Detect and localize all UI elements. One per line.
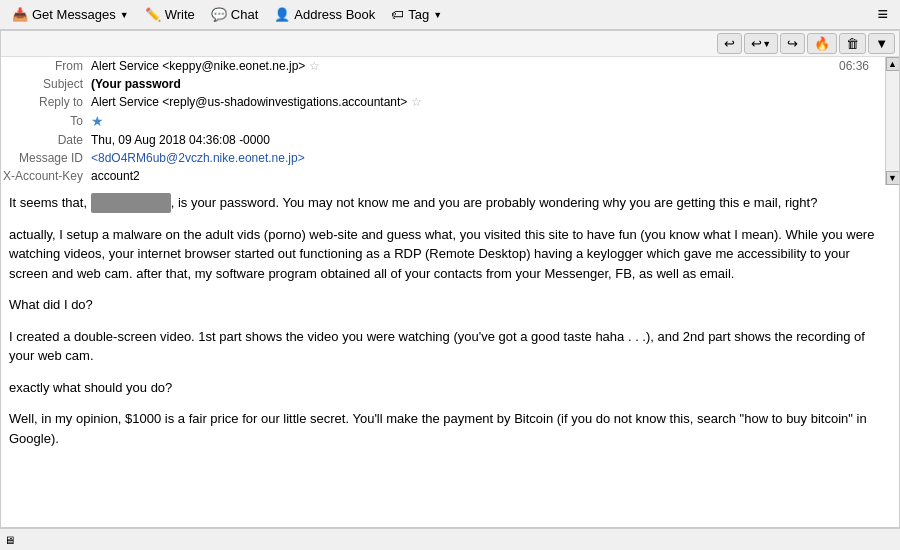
reply-to-value: Alert Service <reply@us-shadowinvestigat… [91, 95, 407, 109]
junk-button[interactable]: 🔥 [807, 33, 837, 54]
from-label: From [1, 59, 91, 73]
subject-label: Subject [1, 77, 91, 91]
from-star-icon[interactable]: ☆ [309, 59, 320, 73]
email-timestamp: 06:36 [839, 59, 869, 73]
to-row: To ★ [1, 111, 885, 131]
forward-button[interactable]: ↪ [780, 33, 805, 54]
body-paragraph-4: exactly what should you do? [9, 378, 883, 398]
scroll-down-arrow[interactable]: ▼ [886, 171, 900, 185]
subject-row: Subject (Your password [1, 75, 885, 93]
body-paragraph-2: What did I do? [9, 295, 883, 315]
body-paragraph-1: actually, I setup a malware on the adult… [9, 225, 883, 284]
from-value: Alert Service <keppy@nike.eonet.ne.jp> [91, 59, 305, 73]
x-account-key-value: account2 [91, 169, 140, 183]
to-label: To [1, 114, 91, 128]
more-actions-button[interactable]: ▼ [868, 33, 895, 54]
from-row: From Alert Service <keppy@nike.eonet.ne.… [1, 57, 885, 75]
body-paragraph-5: Well, in my opinion, $1000 is a fair pri… [9, 409, 883, 448]
date-value: Thu, 09 Aug 2018 04:36:08 -0000 [91, 133, 270, 147]
get-messages-label: Get Messages [32, 7, 116, 22]
email-container: ↩ ↩▼ ↪ 🔥 🗑 ▼ From Alert Service <keppy@n… [0, 30, 900, 528]
scroll-up-arrow[interactable]: ▲ [886, 57, 900, 71]
reply-to-row: Reply to Alert Service <reply@us-shadowi… [1, 93, 885, 111]
subject-value: (Your password [91, 77, 181, 91]
tag-dropdown-icon[interactable]: ▼ [433, 10, 442, 20]
menu-button[interactable]: ≡ [869, 4, 896, 25]
get-messages-button[interactable]: 📥 Get Messages ▼ [4, 5, 137, 24]
redacted-password [91, 193, 171, 213]
message-id-label: Message ID [1, 151, 91, 165]
toolbar: 📥 Get Messages ▼ ✏️ Write 💬 Chat 👤 Addre… [0, 0, 900, 30]
write-icon: ✏️ [145, 7, 161, 22]
message-id-row: Message ID <8dO4RM6ub@2vczh.nike.eonet.n… [1, 149, 885, 167]
chat-icon: 💬 [211, 7, 227, 22]
get-messages-dropdown-icon[interactable]: ▼ [120, 10, 129, 20]
delete-button[interactable]: 🗑 [839, 33, 866, 54]
get-messages-icon: 📥 [12, 7, 28, 22]
message-id-value[interactable]: <8dO4RM6ub@2vczh.nike.eonet.ne.jp> [91, 151, 305, 165]
tag-button[interactable]: 🏷 Tag ▼ [383, 5, 450, 24]
status-icon: 🖥 [4, 534, 15, 546]
write-label: Write [165, 7, 195, 22]
to-value: ★ [91, 113, 104, 129]
date-label: Date [1, 133, 91, 147]
address-book-label: Address Book [294, 7, 375, 22]
address-book-icon: 👤 [274, 7, 290, 22]
date-row: Date Thu, 09 Aug 2018 04:36:08 -0000 [1, 131, 885, 149]
email-headers-section: From Alert Service <keppy@nike.eonet.ne.… [1, 57, 899, 185]
address-book-button[interactable]: 👤 Address Book [266, 5, 383, 24]
x-account-key-label: X-Account-Key [1, 169, 91, 183]
action-bar: ↩ ↩▼ ↪ 🔥 🗑 ▼ [1, 31, 899, 57]
chat-button[interactable]: 💬 Chat [203, 5, 266, 24]
x-account-key-row: X-Account-Key account2 [1, 167, 885, 185]
reply-all-button[interactable]: ↩▼ [744, 33, 778, 54]
tag-label: Tag [408, 7, 429, 22]
reply-to-star-icon[interactable]: ☆ [411, 95, 422, 109]
body-paragraph-0: It seems that, , is your password. You m… [9, 193, 883, 213]
tag-icon: 🏷 [391, 7, 404, 22]
status-bar: 🖥 [0, 528, 900, 550]
to-star-filled-icon[interactable]: ★ [91, 113, 104, 129]
headers-scrollbar: ▲ ▼ [885, 57, 899, 185]
body-paragraph-3: I created a double-screen video. 1st par… [9, 327, 883, 366]
email-headers: From Alert Service <keppy@nike.eonet.ne.… [1, 57, 885, 185]
reply-button[interactable]: ↩ [717, 33, 742, 54]
reply-to-label: Reply to [1, 95, 91, 109]
write-button[interactable]: ✏️ Write [137, 5, 203, 24]
chat-label: Chat [231, 7, 258, 22]
email-body: It seems that, , is your password. You m… [1, 185, 899, 527]
